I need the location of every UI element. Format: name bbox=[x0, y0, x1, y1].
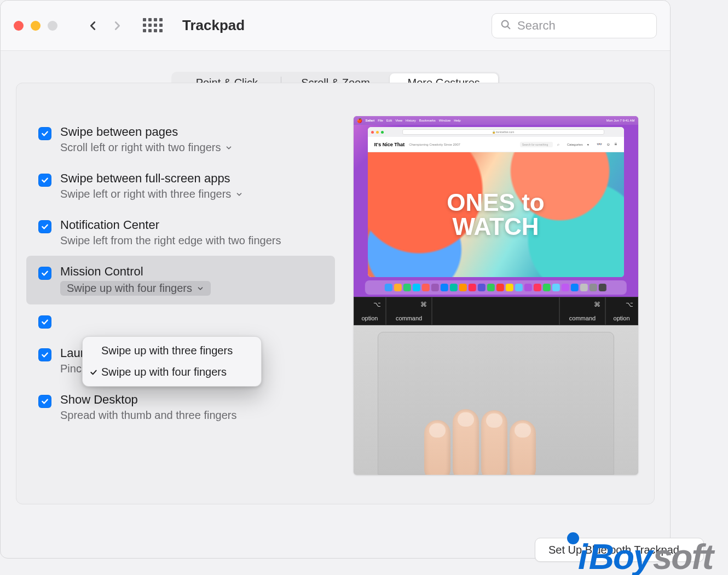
preferences-window: Trackpad Point & Click Scroll & Zoom Mor… bbox=[0, 0, 671, 559]
preview-menubar: 🍎 Safari File Edit View History Bookmark… bbox=[354, 116, 638, 125]
checkbox-hidden[interactable] bbox=[38, 315, 51, 329]
search-input[interactable] bbox=[517, 19, 649, 33]
option-sub-dropdown-open[interactable]: Swipe up with four fingers bbox=[60, 281, 211, 296]
preview-keyboard: ⌥option ⌘command ⌘command ⌥option bbox=[354, 297, 638, 325]
glasses-icon: 👓 bbox=[597, 142, 602, 147]
mission-control-menu: Swipe up with three fingers Swipe up wit… bbox=[82, 336, 262, 387]
close-window-button[interactable] bbox=[14, 21, 24, 31]
preview-search-box: Search for something bbox=[520, 142, 553, 147]
checkbox-show-desktop[interactable] bbox=[38, 395, 51, 408]
chevron-down-icon bbox=[197, 285, 204, 292]
menu-item-three-fingers[interactable]: Swipe up with three fingers bbox=[86, 340, 258, 361]
option-swipe-pages: Swipe between pages Scroll left or right… bbox=[26, 116, 335, 163]
key-command-right: ⌘command bbox=[559, 297, 605, 325]
option-show-desktop: Show Desktop Spread with thumb and three… bbox=[26, 384, 335, 430]
chevron-down-icon bbox=[235, 191, 243, 198]
preview-safari-window: 🔒 itsnicethat.com It's Nice That Champio… bbox=[368, 127, 624, 277]
key-option-left: ⌥option bbox=[354, 297, 386, 325]
menu-icon: ≡ bbox=[615, 142, 617, 147]
content-pane: Swipe between pages Scroll left or right… bbox=[16, 83, 655, 504]
preview-hand bbox=[424, 404, 556, 475]
preview-trackpad bbox=[354, 325, 638, 475]
option-title: Swipe between pages bbox=[60, 125, 233, 139]
checkmark-icon bbox=[89, 367, 98, 380]
option-notification-center: Notification Center Swipe left from the … bbox=[26, 209, 335, 256]
smile-icon: ☺ bbox=[606, 142, 610, 146]
option-mission-control: Mission Control Swipe up with four finge… bbox=[26, 256, 335, 304]
back-button[interactable] bbox=[86, 19, 100, 33]
checkbox-mission-control[interactable] bbox=[38, 267, 51, 280]
key-spacebar bbox=[432, 297, 560, 325]
option-sub-dropdown[interactable]: Swipe left or right with three fingers bbox=[60, 188, 243, 200]
preview-screen: 🍎 Safari File Edit View History Bookmark… bbox=[354, 116, 638, 297]
chevron-down-icon: ▾ bbox=[587, 143, 589, 146]
checkbox-swipe-pages[interactable] bbox=[38, 127, 51, 140]
option-swipe-apps: Swipe between full-screen apps Swipe lef… bbox=[26, 163, 335, 209]
zoom-window-button[interactable] bbox=[48, 21, 57, 31]
option-hidden-under-popover bbox=[26, 304, 335, 337]
setup-bluetooth-trackpad-button[interactable]: Set Up Bluetooth Trackpad… bbox=[535, 538, 704, 562]
window-controls bbox=[14, 21, 57, 31]
option-title: Notification Center bbox=[60, 218, 281, 232]
menu-item-four-fingers[interactable]: Swipe up with four fingers bbox=[86, 361, 258, 383]
option-title: Show Desktop bbox=[60, 393, 236, 407]
option-sub: Swipe left from the right edge with two … bbox=[60, 234, 281, 247]
preview-url-bar: 🔒 itsnicethat.com bbox=[402, 129, 604, 135]
toolbar: Trackpad bbox=[1, 1, 670, 51]
preview-hero-text: ONES toWATCH bbox=[368, 152, 624, 277]
forward-button[interactable] bbox=[110, 19, 124, 33]
search-icon: ⌕ bbox=[557, 142, 559, 146]
checkbox-launchpad[interactable] bbox=[38, 348, 51, 361]
preview-dock bbox=[365, 280, 626, 295]
page-title: Trackpad bbox=[182, 17, 245, 34]
gesture-preview: 🍎 Safari File Edit View History Bookmark… bbox=[354, 116, 638, 475]
lock-icon: 🔒 bbox=[492, 130, 495, 134]
checkbox-notification-center[interactable] bbox=[38, 220, 51, 233]
minimize-window-button[interactable] bbox=[31, 21, 41, 31]
options-list: Swipe between pages Scroll left or right… bbox=[16, 116, 345, 504]
option-title: Swipe between full-screen apps bbox=[60, 171, 243, 186]
key-option-right: ⌥option bbox=[605, 297, 638, 325]
option-title: Mission Control bbox=[60, 264, 211, 279]
key-command-left: ⌘command bbox=[386, 297, 431, 325]
search-icon bbox=[500, 19, 512, 33]
svg-line-1 bbox=[507, 26, 510, 28]
option-sub-dropdown[interactable]: Scroll left or right with two fingers bbox=[60, 141, 233, 154]
option-sub: Spread with thumb and three fingers bbox=[60, 409, 236, 422]
show-all-prefs-button[interactable] bbox=[143, 18, 161, 33]
chevron-down-icon bbox=[225, 144, 233, 152]
search-field[interactable] bbox=[492, 13, 657, 38]
checkbox-swipe-apps[interactable] bbox=[38, 174, 51, 187]
apple-icon: 🍎 bbox=[357, 118, 362, 123]
preview-area: 🍎 Safari File Edit View History Bookmark… bbox=[345, 116, 654, 504]
